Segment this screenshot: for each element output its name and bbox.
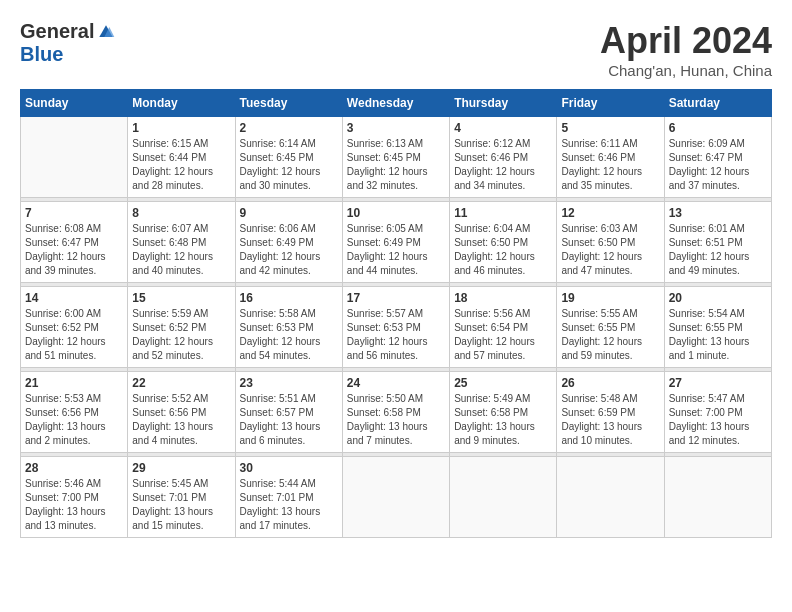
- day-cell: 29Sunrise: 5:45 AM Sunset: 7:01 PM Dayli…: [128, 457, 235, 538]
- calendar: SundayMondayTuesdayWednesdayThursdayFrid…: [20, 89, 772, 538]
- day-number: 26: [561, 376, 659, 390]
- day-info: Sunrise: 5:56 AM Sunset: 6:54 PM Dayligh…: [454, 307, 552, 363]
- day-cell: 23Sunrise: 5:51 AM Sunset: 6:57 PM Dayli…: [235, 372, 342, 453]
- day-number: 3: [347, 121, 445, 135]
- day-info: Sunrise: 6:14 AM Sunset: 6:45 PM Dayligh…: [240, 137, 338, 193]
- day-info: Sunrise: 5:58 AM Sunset: 6:53 PM Dayligh…: [240, 307, 338, 363]
- day-number: 1: [132, 121, 230, 135]
- day-info: Sunrise: 6:13 AM Sunset: 6:45 PM Dayligh…: [347, 137, 445, 193]
- day-cell: 26Sunrise: 5:48 AM Sunset: 6:59 PM Dayli…: [557, 372, 664, 453]
- day-info: Sunrise: 6:01 AM Sunset: 6:51 PM Dayligh…: [669, 222, 767, 278]
- day-number: 22: [132, 376, 230, 390]
- day-info: Sunrise: 5:51 AM Sunset: 6:57 PM Dayligh…: [240, 392, 338, 448]
- day-info: Sunrise: 6:08 AM Sunset: 6:47 PM Dayligh…: [25, 222, 123, 278]
- day-cell: [664, 457, 771, 538]
- day-number: 24: [347, 376, 445, 390]
- day-cell: 25Sunrise: 5:49 AM Sunset: 6:58 PM Dayli…: [450, 372, 557, 453]
- day-number: 13: [669, 206, 767, 220]
- day-info: Sunrise: 5:52 AM Sunset: 6:56 PM Dayligh…: [132, 392, 230, 448]
- day-cell: 14Sunrise: 6:00 AM Sunset: 6:52 PM Dayli…: [21, 287, 128, 368]
- week-row-3: 14Sunrise: 6:00 AM Sunset: 6:52 PM Dayli…: [21, 287, 772, 368]
- day-info: Sunrise: 6:12 AM Sunset: 6:46 PM Dayligh…: [454, 137, 552, 193]
- day-number: 14: [25, 291, 123, 305]
- day-number: 30: [240, 461, 338, 475]
- week-row-5: 28Sunrise: 5:46 AM Sunset: 7:00 PM Dayli…: [21, 457, 772, 538]
- month-title: April 2024: [600, 20, 772, 62]
- day-info: Sunrise: 6:05 AM Sunset: 6:49 PM Dayligh…: [347, 222, 445, 278]
- weekday-header-sunday: Sunday: [21, 90, 128, 117]
- day-cell: 12Sunrise: 6:03 AM Sunset: 6:50 PM Dayli…: [557, 202, 664, 283]
- day-number: 8: [132, 206, 230, 220]
- week-row-4: 21Sunrise: 5:53 AM Sunset: 6:56 PM Dayli…: [21, 372, 772, 453]
- day-number: 11: [454, 206, 552, 220]
- day-cell: 28Sunrise: 5:46 AM Sunset: 7:00 PM Dayli…: [21, 457, 128, 538]
- day-cell: 10Sunrise: 6:05 AM Sunset: 6:49 PM Dayli…: [342, 202, 449, 283]
- day-number: 12: [561, 206, 659, 220]
- day-number: 4: [454, 121, 552, 135]
- day-info: Sunrise: 5:46 AM Sunset: 7:00 PM Dayligh…: [25, 477, 123, 533]
- weekday-header-monday: Monday: [128, 90, 235, 117]
- day-info: Sunrise: 5:47 AM Sunset: 7:00 PM Dayligh…: [669, 392, 767, 448]
- day-number: 5: [561, 121, 659, 135]
- day-info: Sunrise: 5:50 AM Sunset: 6:58 PM Dayligh…: [347, 392, 445, 448]
- day-cell: 20Sunrise: 5:54 AM Sunset: 6:55 PM Dayli…: [664, 287, 771, 368]
- location: Chang'an, Hunan, China: [600, 62, 772, 79]
- day-cell: 13Sunrise: 6:01 AM Sunset: 6:51 PM Dayli…: [664, 202, 771, 283]
- day-info: Sunrise: 5:54 AM Sunset: 6:55 PM Dayligh…: [669, 307, 767, 363]
- day-info: Sunrise: 6:00 AM Sunset: 6:52 PM Dayligh…: [25, 307, 123, 363]
- logo-general: General: [20, 20, 94, 43]
- day-number: 29: [132, 461, 230, 475]
- day-cell: 22Sunrise: 5:52 AM Sunset: 6:56 PM Dayli…: [128, 372, 235, 453]
- day-number: 18: [454, 291, 552, 305]
- logo-icon: [96, 22, 116, 42]
- day-info: Sunrise: 6:07 AM Sunset: 6:48 PM Dayligh…: [132, 222, 230, 278]
- day-number: 2: [240, 121, 338, 135]
- day-number: 25: [454, 376, 552, 390]
- day-info: Sunrise: 5:45 AM Sunset: 7:01 PM Dayligh…: [132, 477, 230, 533]
- day-number: 15: [132, 291, 230, 305]
- day-info: Sunrise: 5:48 AM Sunset: 6:59 PM Dayligh…: [561, 392, 659, 448]
- day-cell: 3Sunrise: 6:13 AM Sunset: 6:45 PM Daylig…: [342, 117, 449, 198]
- day-cell: 17Sunrise: 5:57 AM Sunset: 6:53 PM Dayli…: [342, 287, 449, 368]
- weekday-header-row: SundayMondayTuesdayWednesdayThursdayFrid…: [21, 90, 772, 117]
- day-info: Sunrise: 6:06 AM Sunset: 6:49 PM Dayligh…: [240, 222, 338, 278]
- weekday-header-tuesday: Tuesday: [235, 90, 342, 117]
- day-cell: 4Sunrise: 6:12 AM Sunset: 6:46 PM Daylig…: [450, 117, 557, 198]
- day-cell: [21, 117, 128, 198]
- day-number: 7: [25, 206, 123, 220]
- day-cell: 18Sunrise: 5:56 AM Sunset: 6:54 PM Dayli…: [450, 287, 557, 368]
- day-cell: 7Sunrise: 6:08 AM Sunset: 6:47 PM Daylig…: [21, 202, 128, 283]
- day-cell: 5Sunrise: 6:11 AM Sunset: 6:46 PM Daylig…: [557, 117, 664, 198]
- day-cell: 15Sunrise: 5:59 AM Sunset: 6:52 PM Dayli…: [128, 287, 235, 368]
- day-number: 21: [25, 376, 123, 390]
- day-number: 20: [669, 291, 767, 305]
- day-info: Sunrise: 5:55 AM Sunset: 6:55 PM Dayligh…: [561, 307, 659, 363]
- day-cell: [342, 457, 449, 538]
- day-cell: 2Sunrise: 6:14 AM Sunset: 6:45 PM Daylig…: [235, 117, 342, 198]
- day-info: Sunrise: 6:04 AM Sunset: 6:50 PM Dayligh…: [454, 222, 552, 278]
- logo: General Blue: [20, 20, 116, 66]
- day-number: 28: [25, 461, 123, 475]
- day-cell: 27Sunrise: 5:47 AM Sunset: 7:00 PM Dayli…: [664, 372, 771, 453]
- day-number: 17: [347, 291, 445, 305]
- day-number: 6: [669, 121, 767, 135]
- day-info: Sunrise: 5:57 AM Sunset: 6:53 PM Dayligh…: [347, 307, 445, 363]
- day-cell: 30Sunrise: 5:44 AM Sunset: 7:01 PM Dayli…: [235, 457, 342, 538]
- day-info: Sunrise: 6:11 AM Sunset: 6:46 PM Dayligh…: [561, 137, 659, 193]
- day-cell: 9Sunrise: 6:06 AM Sunset: 6:49 PM Daylig…: [235, 202, 342, 283]
- week-row-2: 7Sunrise: 6:08 AM Sunset: 6:47 PM Daylig…: [21, 202, 772, 283]
- weekday-header-thursday: Thursday: [450, 90, 557, 117]
- day-info: Sunrise: 5:44 AM Sunset: 7:01 PM Dayligh…: [240, 477, 338, 533]
- weekday-header-wednesday: Wednesday: [342, 90, 449, 117]
- day-number: 19: [561, 291, 659, 305]
- day-cell: 21Sunrise: 5:53 AM Sunset: 6:56 PM Dayli…: [21, 372, 128, 453]
- day-number: 9: [240, 206, 338, 220]
- day-number: 27: [669, 376, 767, 390]
- day-number: 23: [240, 376, 338, 390]
- page-header: General Blue April 2024 Chang'an, Hunan,…: [20, 20, 772, 79]
- day-cell: 6Sunrise: 6:09 AM Sunset: 6:47 PM Daylig…: [664, 117, 771, 198]
- day-cell: 8Sunrise: 6:07 AM Sunset: 6:48 PM Daylig…: [128, 202, 235, 283]
- week-row-1: 1Sunrise: 6:15 AM Sunset: 6:44 PM Daylig…: [21, 117, 772, 198]
- day-cell: 16Sunrise: 5:58 AM Sunset: 6:53 PM Dayli…: [235, 287, 342, 368]
- day-number: 10: [347, 206, 445, 220]
